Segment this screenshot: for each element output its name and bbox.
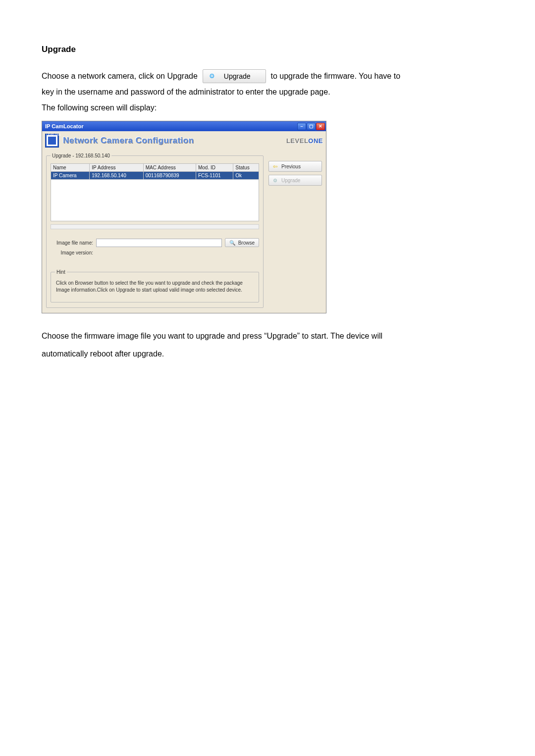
browse-label: Browse — [238, 240, 255, 246]
window-controls: – ▢ ✕ — [297, 123, 325, 130]
upgrade-fieldset: Upgrade - 192.168.50.140 Name IP Address… — [46, 153, 264, 308]
upgrade-inline-label: Upgrade — [224, 69, 251, 83]
browse-button[interactable]: 🔍 Browse — [225, 238, 259, 247]
previous-button[interactable]: ⇦ Previous — [268, 161, 322, 172]
col-ip: IP Address — [90, 164, 143, 172]
image-file-row: Image file name: 🔍 Browse — [51, 238, 259, 247]
hint-legend: Hint — [55, 269, 67, 275]
previous-label: Previous — [281, 164, 301, 169]
image-version-label: Image version: — [51, 250, 93, 255]
magnifier-icon: 🔍 — [229, 240, 235, 246]
image-file-input[interactable] — [96, 239, 222, 247]
cell-modid: FCS-1101 — [196, 172, 233, 180]
cell-status: Ok — [233, 172, 259, 180]
maximize-button[interactable]: ▢ — [307, 123, 316, 130]
device-table: Name IP Address MAC Address Mod. ID Stat… — [51, 163, 259, 180]
col-modid: Mod. ID — [196, 164, 233, 172]
minimize-button[interactable]: – — [297, 123, 306, 130]
brand-prefix: LEVEL — [286, 137, 308, 145]
table-empty-area — [51, 180, 259, 221]
cell-ip: 192.168.50.140 — [90, 172, 143, 180]
outro-line-2: automatically reboot after upgrade. — [42, 346, 493, 362]
window-titlebar: IP CamLocator – ▢ ✕ — [42, 121, 326, 131]
intro-paragraph-1: Choose a network camera, click on Upgrad… — [42, 68, 493, 84]
hint-fieldset: Hint Click on Browser button to select t… — [51, 269, 259, 302]
cell-name: IP Camera — [51, 172, 90, 180]
col-name: Name — [51, 164, 90, 172]
outro-line-1: Choose the firmware image file you want … — [42, 328, 493, 344]
upgrade-button[interactable]: ⚙ Upgrade — [268, 175, 322, 186]
upgrade-inline-button: ⚙ Upgrade — [203, 69, 266, 83]
banner: LEVELONE Network Camera Configuration LE… — [42, 131, 326, 150]
intro-text-after: to upgrade the firmware. You have to — [271, 68, 401, 84]
col-status: Status — [233, 164, 259, 172]
upgrade-label: Upgrade — [281, 178, 300, 183]
cell-mac: 00116B790839 — [143, 172, 196, 180]
close-button[interactable]: ✕ — [316, 123, 325, 130]
scrollbar-placeholder[interactable] — [51, 224, 259, 229]
table-header-row: Name IP Address MAC Address Mod. ID Stat… — [51, 164, 259, 172]
upgrade-legend: Upgrade - 192.168.50.140 — [51, 153, 111, 158]
brand-suffix: ONE — [308, 137, 323, 145]
app-window: IP CamLocator – ▢ ✕ LEVELONE Network Cam… — [42, 121, 326, 313]
hint-text: Click on Browser button to select the fi… — [55, 279, 255, 298]
brand-logo: LEVELONE — [45, 134, 59, 148]
brand-text: LEVELONE — [286, 137, 323, 145]
banner-title: Network Camera Configuration — [63, 136, 194, 146]
gear-icon: ⚙ — [273, 178, 277, 183]
table-row[interactable]: IP Camera 192.168.50.140 00116B790839 FC… — [51, 172, 259, 180]
window-title: IP CamLocator — [45, 123, 83, 129]
brand-logo-text: LEVELONE — [47, 133, 61, 136]
intro-text-before: Choose a network camera, click on Upgrad… — [42, 68, 198, 84]
arrow-left-icon: ⇦ — [273, 163, 277, 170]
col-mac: MAC Address — [143, 164, 196, 172]
section-heading: Upgrade — [42, 45, 493, 54]
intro-paragraph-2: key in the username and password of the … — [42, 84, 493, 100]
image-file-label: Image file name: — [51, 240, 93, 246]
intro-paragraph-3: The following screen will display: — [42, 100, 493, 116]
image-version-row: Image version: — [51, 250, 259, 255]
gear-icon: ⚙ — [209, 70, 215, 83]
